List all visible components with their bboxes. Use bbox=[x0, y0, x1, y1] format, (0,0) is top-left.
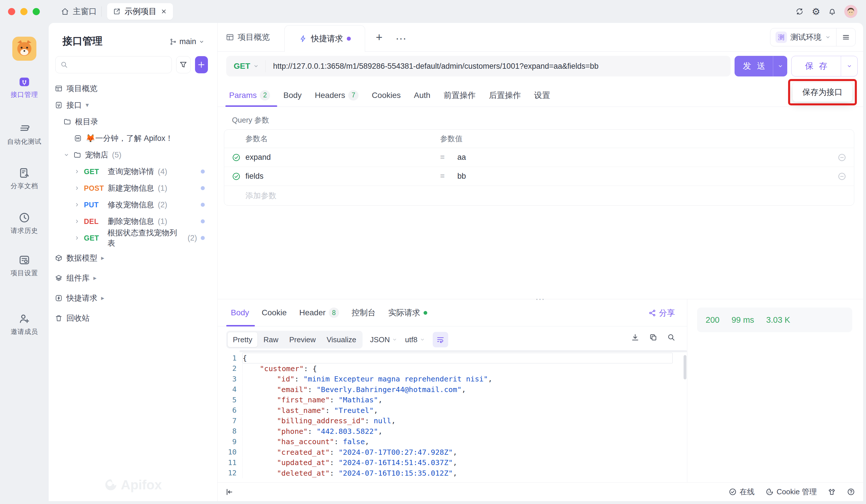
charset-select[interactable]: utf8 bbox=[405, 335, 425, 344]
close-tab-icon[interactable] bbox=[160, 8, 167, 15]
environment-selector[interactable]: 测 测试环境 bbox=[770, 32, 836, 43]
enabled-check-icon[interactable] bbox=[232, 153, 245, 162]
response-tab-console[interactable]: 控制台 bbox=[352, 307, 376, 318]
download-icon[interactable] bbox=[631, 333, 640, 341]
subtab-post-processors[interactable]: 后置操作 bbox=[489, 90, 521, 101]
search-code-icon[interactable] bbox=[667, 333, 676, 341]
help-button[interactable] bbox=[847, 488, 855, 496]
word-wrap-button[interactable] bbox=[433, 332, 448, 347]
remove-row-icon[interactable] bbox=[835, 172, 846, 181]
tree-folder-petstore[interactable]: 宠物店 (5) bbox=[49, 147, 217, 163]
rail-item-api-management[interactable]: 接口管理 bbox=[0, 76, 49, 99]
chevron-right-icon[interactable] bbox=[74, 202, 80, 208]
copy-icon[interactable] bbox=[649, 333, 657, 341]
url-input[interactable]: http://127.0.0.1:3658/m1/589286-554381-d… bbox=[266, 62, 599, 71]
add-button[interactable] bbox=[195, 56, 208, 73]
chevron-right-icon[interactable] bbox=[74, 235, 80, 241]
table-row[interactable]: expand = aa bbox=[224, 148, 854, 167]
response-tab-actual-request[interactable]: 实际请求 bbox=[388, 307, 427, 318]
subtab-params[interactable]: Params 2 bbox=[229, 90, 270, 101]
tab-main-window[interactable]: 主窗口 bbox=[61, 0, 97, 23]
response-body-editor[interactable]: 1{ 2"customer": { 3"id": "minim Excepteu… bbox=[226, 353, 673, 481]
send-options-button[interactable] bbox=[773, 56, 787, 77]
caret-right-icon[interactable]: ▸ bbox=[101, 254, 104, 262]
view-visualize[interactable]: Visualize bbox=[321, 332, 362, 347]
send-button[interactable]: 发 送 bbox=[735, 56, 787, 77]
enabled-check-icon[interactable] bbox=[232, 172, 245, 181]
tree-endpoint-post-create-pet[interactable]: POST 新建宠物信息 (1) bbox=[49, 180, 217, 197]
sidebar-item-quick-requests[interactable]: 快捷请求 ▸ bbox=[49, 290, 217, 306]
share-button[interactable]: 分享 bbox=[648, 299, 675, 326]
tab-quick-request[interactable]: 快捷请求 bbox=[285, 25, 365, 52]
tree-endpoint-get-pet-detail[interactable]: GET 查询宠物详情 (4) bbox=[49, 163, 217, 180]
language-select[interactable]: JSON bbox=[370, 335, 398, 344]
rail-item-share-docs[interactable]: 分享文档 bbox=[0, 167, 49, 190]
user-avatar[interactable] bbox=[844, 5, 857, 18]
view-pretty[interactable]: Pretty bbox=[227, 332, 258, 347]
subtab-settings[interactable]: 设置 bbox=[534, 90, 550, 101]
view-preview[interactable]: Preview bbox=[284, 332, 321, 347]
add-param-row[interactable]: 添加参数 bbox=[224, 186, 854, 205]
subtab-cookies[interactable]: Cookies bbox=[372, 91, 401, 100]
subtab-body[interactable]: Body bbox=[283, 91, 302, 100]
tab-overflow-button[interactable]: … bbox=[395, 29, 407, 42]
param-value-input[interactable]: aa bbox=[457, 153, 835, 162]
view-raw[interactable]: Raw bbox=[258, 332, 284, 347]
search-box[interactable] bbox=[55, 56, 172, 73]
response-tab-header[interactable]: Header 8 bbox=[299, 307, 339, 318]
rail-item-invite-members[interactable]: 邀请成员 bbox=[0, 313, 49, 336]
settings-gear-icon[interactable]: ⚙ bbox=[812, 7, 820, 16]
cookie-manager-button[interactable]: Cookie 管理 bbox=[766, 487, 817, 497]
filter-button[interactable] bbox=[176, 56, 191, 73]
tree-endpoint-del-delete-pet[interactable]: DEL 删除宠物信息 (1) bbox=[49, 213, 217, 229]
tree-endpoint-put-update-pet[interactable]: PUT 修改宠物信息 (2) bbox=[49, 197, 217, 213]
rail-item-automated-testing[interactable]: 自动化测试 bbox=[0, 123, 49, 146]
sidebar-item-project-overview[interactable]: 项目概览 bbox=[49, 80, 217, 97]
tree-endpoint-get-pets-by-status[interactable]: GET 根据状态查找宠物列表 (2) bbox=[49, 229, 217, 246]
sidebar-item-components[interactable]: 组件库 ▸ bbox=[49, 270, 217, 287]
chevron-right-icon[interactable] bbox=[74, 218, 80, 224]
param-name-input[interactable]: expand bbox=[245, 153, 440, 162]
sidebar-item-apis[interactable]: 接口 ▾ bbox=[49, 97, 217, 113]
remove-row-icon[interactable] bbox=[835, 153, 846, 162]
search-input[interactable] bbox=[71, 60, 167, 69]
subtab-auth[interactable]: Auth bbox=[414, 91, 430, 100]
tree-doc-intro[interactable]: 🦊一分钟，了解 Apifox！ bbox=[49, 130, 217, 147]
chevron-right-icon[interactable] bbox=[74, 185, 80, 191]
zoom-window-button[interactable] bbox=[33, 8, 40, 15]
caret-right-icon[interactable]: ▸ bbox=[93, 275, 97, 282]
caret-down-icon[interactable]: ▾ bbox=[86, 101, 89, 109]
sidebar-item-data-models[interactable]: 数据模型 ▸ bbox=[49, 250, 217, 266]
editor-top-scrollbar[interactable] bbox=[240, 350, 687, 352]
refresh-icon[interactable] bbox=[795, 7, 804, 16]
environment-menu-button[interactable] bbox=[836, 33, 855, 42]
method-select[interactable]: GET bbox=[226, 61, 265, 71]
subtab-headers[interactable]: Headers 7 bbox=[315, 90, 358, 101]
apifox-project-logo[interactable] bbox=[12, 37, 36, 61]
tree-folder-root[interactable]: 根目录 bbox=[49, 113, 217, 130]
caret-right-icon[interactable]: ▸ bbox=[101, 294, 104, 302]
chevron-right-icon[interactable] bbox=[74, 168, 80, 175]
notification-bell-icon[interactable] bbox=[828, 7, 836, 16]
response-tab-body[interactable]: Body bbox=[231, 308, 249, 317]
editor-scrollbar-thumb[interactable] bbox=[684, 355, 687, 379]
save-button[interactable]: 保 存 bbox=[791, 56, 858, 77]
save-options-button[interactable] bbox=[841, 56, 857, 76]
subtab-pre-processors[interactable]: 前置操作 bbox=[444, 90, 476, 101]
param-value-input[interactable]: bb bbox=[457, 172, 835, 181]
branch-selector[interactable]: main bbox=[169, 37, 205, 46]
theme-button[interactable] bbox=[828, 488, 836, 496]
collapse-sidebar-button[interactable] bbox=[218, 488, 234, 496]
tab-example-project[interactable]: 示例项目 bbox=[107, 3, 173, 20]
param-name-input[interactable]: fields bbox=[245, 172, 440, 181]
table-row[interactable]: fields = bb bbox=[224, 167, 854, 186]
rail-item-project-settings[interactable]: 项目设置 bbox=[0, 254, 49, 278]
sidebar-item-recycle-bin[interactable]: 回收站 bbox=[49, 310, 217, 326]
new-tab-button[interactable]: + bbox=[372, 30, 386, 44]
close-window-button[interactable] bbox=[8, 8, 15, 15]
tab-project-overview[interactable]: 项目概览 bbox=[226, 23, 270, 52]
chevron-down-icon[interactable] bbox=[63, 152, 69, 158]
rail-item-request-history[interactable]: 请求历史 bbox=[0, 212, 49, 235]
response-tab-cookie[interactable]: Cookie bbox=[262, 308, 287, 317]
online-status[interactable]: 在线 bbox=[729, 487, 755, 497]
